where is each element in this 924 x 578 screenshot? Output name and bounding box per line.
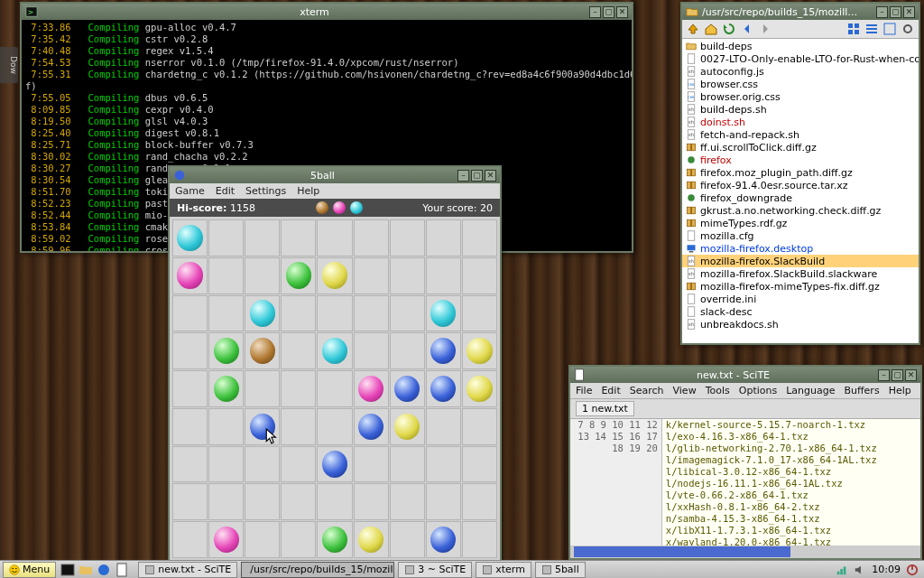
file-row[interactable]: shbuild-deps.sh <box>682 103 919 116</box>
tray-logout-icon[interactable] <box>906 564 919 576</box>
ball-blue[interactable] <box>430 527 456 553</box>
file-row[interactable]: shautoconfig.js <box>682 65 919 78</box>
file-row[interactable]: shmozilla-firefox.SlackBuild <box>682 255 919 267</box>
xterm-titlebar[interactable]: > xterm – ▢ ✕ <box>22 4 632 20</box>
scrollbar-thumb[interactable] <box>574 546 790 557</box>
menu-settings[interactable]: Settings <box>245 185 286 197</box>
board-cell[interactable] <box>245 408 280 445</box>
task-button[interactable]: xterm <box>476 562 531 578</box>
ball-cyan[interactable] <box>322 338 347 364</box>
launcher-browser-icon[interactable] <box>96 562 112 578</box>
scite-tabs[interactable]: 1 new.txt <box>570 399 920 419</box>
maximize-button[interactable]: ▢ <box>892 369 903 381</box>
board-cell[interactable] <box>281 295 316 332</box>
file-row[interactable]: 0027-LTO-Only-enable-LTO-for-Rust-when-c… <box>682 52 919 65</box>
board-cell[interactable] <box>462 219 497 256</box>
file-row[interactable]: shdoinst.sh <box>682 116 919 128</box>
board-cell[interactable] <box>462 370 497 407</box>
file-row[interactable]: shmozilla-firefox.SlackBuild.slackware <box>682 267 919 280</box>
board-cell[interactable] <box>354 521 389 558</box>
settings-icon[interactable] <box>901 22 915 36</box>
board-cell[interactable] <box>245 257 280 294</box>
board-cell[interactable] <box>208 370 244 407</box>
file-row[interactable]: firefox <box>682 154 919 166</box>
launcher-terminal-icon[interactable] <box>60 562 76 578</box>
close-button[interactable]: ✕ <box>485 170 496 182</box>
menu-game[interactable]: Game <box>175 185 205 197</box>
board-cell[interactable] <box>208 257 244 294</box>
5ball-titlebar[interactable]: 5ball – ▢ ✕ <box>170 167 500 183</box>
board-cell[interactable] <box>281 408 316 445</box>
ball-yellow[interactable] <box>467 338 492 364</box>
launcher-files-icon[interactable] <box>78 562 94 578</box>
file-row[interactable]: firefox.moz_plugin_path.diff.gz <box>682 166 919 179</box>
board-cell[interactable] <box>354 295 389 332</box>
file-row[interactable]: shfetch-and-repack.sh <box>682 128 919 141</box>
file-row[interactable]: mozilla-firefox-mimeTypes-fix.diff.gz <box>682 280 919 293</box>
close-button[interactable]: ✕ <box>905 369 917 381</box>
board-cell[interactable] <box>172 408 208 445</box>
board-cell[interactable] <box>317 219 352 256</box>
scite-editor[interactable]: 7 8 9 10 11 12 13 14 15 16 17 18 19 20 k… <box>570 419 920 545</box>
task-button[interactable]: new.txt - SciTE <box>138 562 237 578</box>
minimize-button[interactable]: – <box>457 170 469 182</box>
board-cell[interactable] <box>354 257 389 294</box>
task-button[interactable]: /usr/src/repo/builds_15/mozilla_firefo..… <box>241 562 394 578</box>
board-cell[interactable] <box>172 446 208 483</box>
board-cell[interactable] <box>317 521 352 558</box>
ball-brown[interactable] <box>250 338 275 364</box>
board-cell[interactable] <box>281 257 316 294</box>
board-cell[interactable] <box>390 370 425 407</box>
filemanager-titlebar[interactable]: /usr/src/repo/builds_15/mozilla_firef...… <box>682 4 919 20</box>
board-cell[interactable] <box>462 446 497 483</box>
ball-cyan[interactable] <box>177 225 202 251</box>
ball-green[interactable] <box>214 338 239 364</box>
board-cell[interactable] <box>426 370 461 407</box>
board-cell[interactable] <box>462 257 497 294</box>
ball-green[interactable] <box>214 376 239 402</box>
file-list[interactable]: build-deps0027-LTO-Only-enable-LTO-for-R… <box>682 39 919 343</box>
board-cell[interactable] <box>426 257 461 294</box>
board-cell[interactable] <box>208 408 244 445</box>
file-row[interactable]: slack-desc <box>682 305 919 318</box>
minimize-button[interactable]: – <box>878 369 890 381</box>
board-cell[interactable] <box>281 219 316 256</box>
file-row[interactable]: mozilla.cfg <box>682 229 919 242</box>
board-cell[interactable] <box>354 370 389 407</box>
board-cell[interactable] <box>208 295 244 332</box>
file-row[interactable]: cssbrowser.css <box>682 78 919 90</box>
task-button[interactable]: 3 ~ SciTE <box>398 562 472 578</box>
ball-blue[interactable] <box>394 376 420 402</box>
view-icons-icon[interactable] <box>846 22 861 36</box>
view-compact-icon[interactable] <box>882 22 897 36</box>
board-cell[interactable] <box>317 446 352 483</box>
ball-pink[interactable] <box>214 527 239 553</box>
board-cell[interactable] <box>172 370 208 407</box>
board-cell[interactable] <box>172 295 208 332</box>
board-cell[interactable] <box>317 370 352 407</box>
ball-yellow[interactable] <box>394 414 420 440</box>
board-cell[interactable] <box>172 257 208 294</box>
ball-blue[interactable] <box>430 376 456 402</box>
tab-newtxt[interactable]: 1 new.txt <box>576 401 634 416</box>
ball-blue[interactable] <box>358 414 383 440</box>
board-cell[interactable] <box>426 521 461 558</box>
board-cell[interactable] <box>208 521 244 558</box>
board-cell[interactable] <box>390 332 425 369</box>
menu-file[interactable]: File <box>576 385 592 396</box>
refresh-icon[interactable] <box>722 22 736 36</box>
board-cell[interactable] <box>208 483 244 520</box>
file-row[interactable]: firefox-91.4.0esr.source.tar.xz <box>682 179 919 191</box>
board-cell[interactable] <box>172 219 208 256</box>
forward-icon[interactable] <box>758 22 772 36</box>
board-cell[interactable] <box>281 332 316 369</box>
board-cell[interactable] <box>245 483 280 520</box>
ball-yellow[interactable] <box>322 262 347 288</box>
board-cell[interactable] <box>354 219 389 256</box>
board-cell[interactable] <box>317 257 352 294</box>
board-cell[interactable] <box>390 521 425 558</box>
ball-pink[interactable] <box>177 262 202 288</box>
menu-help[interactable]: Help <box>297 185 319 197</box>
maximize-button[interactable]: ▢ <box>471 170 483 182</box>
home-icon[interactable] <box>704 22 718 36</box>
